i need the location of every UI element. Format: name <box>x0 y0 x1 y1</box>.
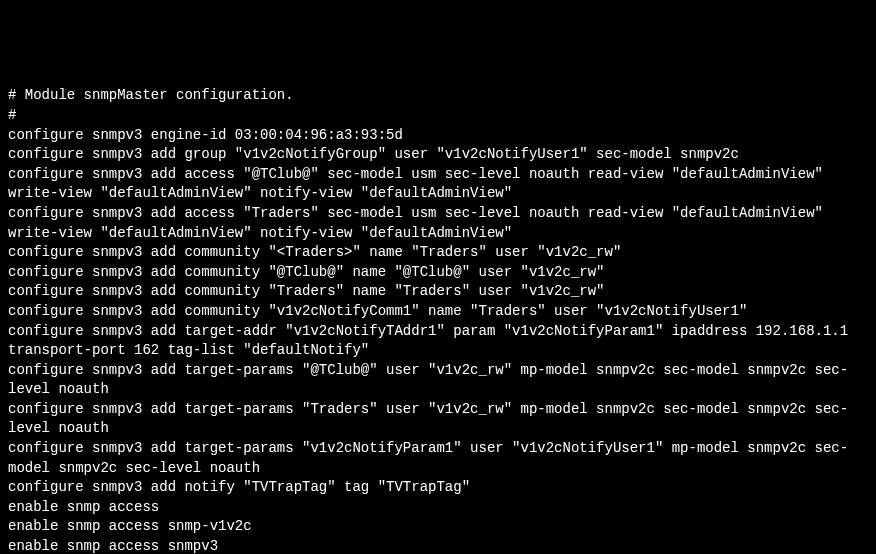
terminal-line: configure snmpv3 add community "v1v2cNot… <box>8 302 868 322</box>
terminal-line: configure snmpv3 add group "v1v2cNotifyG… <box>8 145 868 165</box>
terminal-line: configure snmpv3 add community "<Traders… <box>8 243 868 263</box>
terminal-line: # Module snmpMaster configuration. <box>8 86 868 106</box>
terminal-line: configure snmpv3 add target-addr "v1v2cN… <box>8 322 868 361</box>
terminal-line: configure snmpv3 engine-id 03:00:04:96:a… <box>8 126 868 146</box>
terminal-line: configure snmpv3 add target-params "Trad… <box>8 400 868 439</box>
terminal-line: configure snmpv3 add access "Traders" se… <box>8 204 868 243</box>
terminal-line: configure snmpv3 add community "@TClub@"… <box>8 263 868 283</box>
terminal-line: configure snmpv3 add target-params "@TCl… <box>8 361 868 400</box>
terminal-line: configure snmpv3 add access "@TClub@" se… <box>8 165 868 204</box>
terminal-output: # Module snmpMaster configuration.#confi… <box>8 86 868 554</box>
terminal-line: enable snmp access snmp-v1v2c <box>8 517 868 537</box>
terminal-line: configure snmpv3 add community "Traders"… <box>8 282 868 302</box>
terminal-line: configure snmpv3 add target-params "v1v2… <box>8 439 868 478</box>
terminal-line: # <box>8 106 868 126</box>
terminal-line: enable snmp access snmpv3 <box>8 537 868 554</box>
terminal-line: configure snmpv3 add notify "TVTrapTag" … <box>8 478 868 498</box>
terminal-line: enable snmp access <box>8 498 868 518</box>
